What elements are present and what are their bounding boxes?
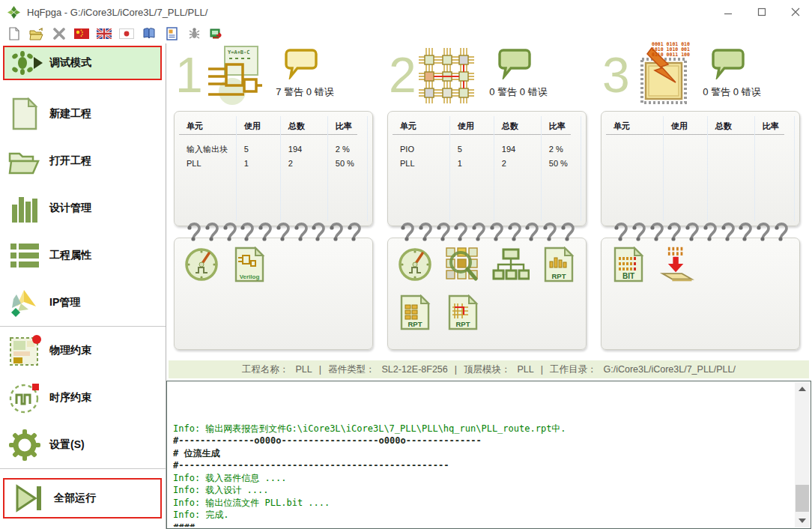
- lang-japanese-flag-icon[interactable]: [117, 25, 136, 42]
- hook-icon: [666, 221, 682, 244]
- device-type-value: SL2-12E-8F256: [381, 364, 447, 375]
- hook-icon: [204, 221, 220, 244]
- debug-bug-icon[interactable]: [184, 25, 204, 42]
- sidebar-item-run-all[interactable]: 全部运行: [3, 478, 162, 519]
- messages-bubble-icon[interactable]: [710, 48, 746, 82]
- messages-bubble-icon[interactable]: [497, 48, 533, 82]
- spiral-binding: [399, 221, 576, 244]
- timing-gauge-icon[interactable]: [396, 244, 434, 285]
- program-device-icon[interactable]: [657, 244, 696, 285]
- sidebar-item-physical-constraints[interactable]: 物理约束: [0, 327, 166, 374]
- sidebar-item-project-properties[interactable]: 工程属性: [0, 232, 166, 279]
- panel-header: 1 Y=A+B-C 7 警告 0 错误: [174, 43, 375, 111]
- cell: PLL: [187, 157, 236, 171]
- sidebar-item-timing-constraints[interactable]: 时序约束: [0, 374, 166, 421]
- panel-header: 2 0 警告 0 错误: [387, 43, 588, 111]
- sidebar-item-label: 调试模式: [49, 56, 91, 70]
- sidebar-item-label: 打开工程: [49, 154, 91, 168]
- col-header: 比率: [336, 121, 367, 132]
- rpt-routing-file-icon[interactable]: RPT: [443, 292, 482, 333]
- col-header: 总数: [715, 121, 754, 132]
- cell: 2 %: [336, 142, 367, 157]
- warnings-errors-status: 7 警告 0 错误: [245, 85, 365, 99]
- sidebar-item-new-project[interactable]: 新建工程: [0, 90, 166, 137]
- log-line: Info: 完成.: [173, 509, 793, 522]
- window-controls: [711, 0, 812, 24]
- minimize-button[interactable]: [711, 0, 745, 24]
- bitstream-stage-icon[interactable]: 0001 0101 010 1010 1010 001 0110 0011 10…: [629, 45, 692, 111]
- open-project-icon: [0, 146, 49, 176]
- hierarchy-icon[interactable]: [491, 244, 530, 285]
- bit-file-label: BIT: [609, 272, 648, 280]
- rpt-file-label: RPT: [443, 320, 482, 328]
- main-area: 1 Y=A+B-C 7 警告 0 错误: [166, 43, 812, 529]
- help-book-icon[interactable]: [139, 25, 159, 42]
- exit-program-icon[interactable]: [207, 25, 226, 42]
- col-header: 使用: [671, 121, 707, 132]
- timing-constraints-icon: [0, 381, 49, 414]
- bit-file-icon[interactable]: BIT: [609, 244, 648, 285]
- panel-header: 3 0001 0101 010 1010 1010 001 0110 0011 …: [601, 43, 802, 111]
- maximize-button[interactable]: [745, 0, 778, 24]
- place-route-stage-icon[interactable]: [416, 45, 476, 109]
- hook-icon: [417, 221, 434, 244]
- sidebar-item-design-management[interactable]: 设计管理: [0, 184, 166, 232]
- report-document-icon[interactable]: [162, 25, 181, 42]
- hook-icon: [222, 221, 238, 244]
- hook-icon: [702, 221, 718, 244]
- sidebar-item-label: 设置(S): [49, 438, 85, 452]
- scroll-down-arrow[interactable]: [795, 514, 810, 528]
- cell: 2: [502, 157, 541, 171]
- log-line: #--------------o000o------------------o0…: [173, 435, 793, 447]
- sidebar-item-ip-management[interactable]: IP管理: [0, 279, 166, 326]
- rpt-file-label: RPT: [396, 320, 434, 328]
- log-line: Info: 载入器件信息 ....: [173, 472, 793, 485]
- synthesis-stage-icon[interactable]: Y=A+B-C: [202, 45, 262, 109]
- sidebar-item-label: 新建工程: [49, 107, 91, 121]
- col-header: 比率: [549, 121, 581, 132]
- messages-bubble-icon[interactable]: [283, 48, 319, 82]
- rpt-utilization-file-icon[interactable]: RPT: [539, 244, 578, 285]
- cell: 194: [288, 142, 327, 157]
- scroll-up-arrow[interactable]: [795, 382, 810, 396]
- hook-icon: [239, 221, 255, 244]
- verilog-file-icon[interactable]: Verilog: [230, 244, 269, 285]
- sidebar-item-label: 时序约束: [49, 391, 91, 405]
- rpt-placement-file-icon[interactable]: RPT: [396, 292, 434, 333]
- utilization-card: 单元 使用 总数 比率: [601, 111, 800, 226]
- stage-number: 3: [602, 43, 630, 106]
- top-module-label: 顶层模块：: [464, 363, 511, 376]
- cell: PLL: [400, 157, 449, 171]
- log-console[interactable]: Info: 输出网表报告到文件G:\iCore3L\iCore3L\7_PLL\…: [166, 381, 811, 529]
- lang-chinese-flag-icon[interactable]: [72, 25, 91, 42]
- close-button[interactable]: [778, 0, 812, 24]
- col-header: 单元: [613, 121, 663, 132]
- timing-gauge-icon[interactable]: [182, 244, 221, 285]
- stage-number: 1: [175, 43, 203, 106]
- run-all-icon: [4, 483, 54, 514]
- hook-icon: [399, 221, 416, 244]
- window-title: HqFpga - G:/iCore3L/iCore3L/7_PLL/PLL/: [27, 7, 207, 18]
- sidebar-item-settings[interactable]: 设置(S): [0, 421, 166, 468]
- new-file-icon[interactable]: [4, 25, 24, 42]
- hook-icon: [773, 221, 790, 244]
- cell: 50 %: [336, 157, 367, 171]
- open-project-icon[interactable]: [27, 25, 46, 42]
- sidebar-item-label: 工程属性: [49, 249, 91, 262]
- hook-icon: [452, 221, 469, 244]
- project-name-value: PLL: [295, 364, 312, 375]
- close-project-icon[interactable]: [49, 25, 69, 42]
- cell: 输入输出块: [187, 142, 236, 157]
- hook-icon: [524, 221, 540, 244]
- lang-english-flag-icon[interactable]: [94, 25, 114, 42]
- hook-icon: [755, 221, 772, 244]
- placement-explorer-icon[interactable]: [443, 244, 482, 285]
- utilization-card: 单元 PIO PLL 使用 5 1 总数 194 2 比率 2 % 50: [387, 111, 587, 226]
- sidebar-item-debug-mode[interactable]: 调试模式: [3, 46, 162, 80]
- col-header: 单元: [187, 121, 236, 132]
- hook-icon: [328, 221, 345, 244]
- scrollbar-thumb[interactable]: [796, 485, 809, 512]
- log-line: #---------------------------------------…: [173, 459, 793, 472]
- sidebar-item-open-project[interactable]: 打开工程: [0, 137, 166, 184]
- log-scrollbar[interactable]: [795, 382, 810, 528]
